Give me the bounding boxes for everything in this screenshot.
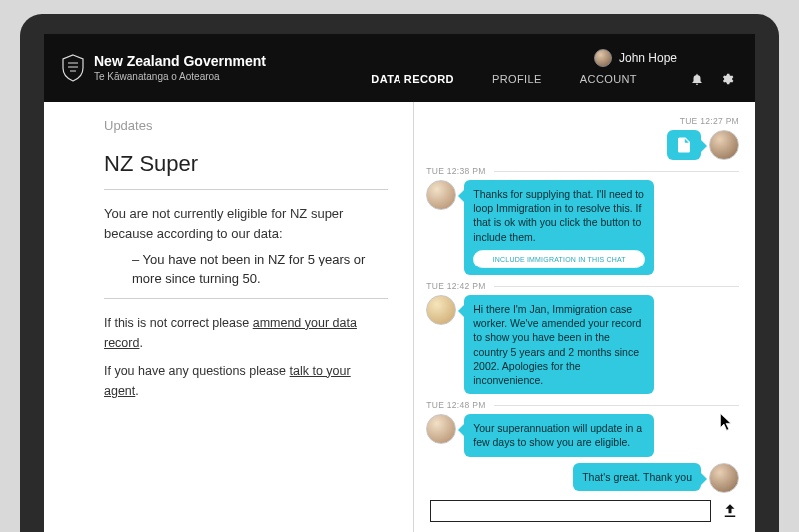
avatar bbox=[709, 463, 739, 493]
brand-title: New Zealand Government bbox=[94, 54, 266, 69]
divider bbox=[104, 298, 388, 299]
timestamp-label: TUE 12:38 PM bbox=[426, 166, 485, 176]
message-in: Thanks for supplying that. I'll need to … bbox=[426, 180, 739, 275]
message-bubble: Your superannuation will update in a few… bbox=[464, 414, 654, 456]
nav-item-account[interactable]: ACCOUNT bbox=[580, 73, 637, 85]
nav-item-data-record[interactable]: DATA RECORD bbox=[371, 73, 454, 85]
chat-panel: TUE 12:27 PM TUE 12:38 PM bbox=[413, 102, 755, 532]
timestamp-label: TUE 12:48 PM bbox=[426, 400, 485, 410]
message-text: Thanks for supplying that. I'll need to … bbox=[473, 188, 644, 243]
upload-icon bbox=[721, 502, 739, 520]
section-label: Updates bbox=[104, 118, 388, 133]
avatar bbox=[594, 49, 612, 67]
app-header: New Zealand Government Te Kāwanatanga o … bbox=[44, 34, 755, 102]
avatar bbox=[426, 295, 456, 325]
timestamp: TUE 12:38 PM bbox=[426, 166, 739, 176]
main-nav: DATA RECORD PROFILE ACCOUNT bbox=[371, 71, 735, 87]
send-button[interactable] bbox=[721, 502, 739, 520]
message-out-attachment bbox=[426, 130, 739, 160]
brand: New Zealand Government Te Kāwanatanga o … bbox=[60, 53, 266, 83]
timestamp: TUE 12:27 PM bbox=[426, 116, 739, 126]
message-out: That's great. Thank you bbox=[426, 463, 739, 493]
timestamp: TUE 12:42 PM bbox=[426, 281, 739, 291]
page-title: NZ Super bbox=[104, 151, 388, 177]
gear-icon[interactable] bbox=[719, 71, 735, 87]
message-in: Hi there I'm Jan, Immigration case worke… bbox=[426, 295, 739, 394]
footer-line-2: If you have any questions please talk to… bbox=[104, 361, 388, 401]
footer-text: If you have any questions please bbox=[104, 364, 290, 378]
crest-icon bbox=[60, 53, 86, 83]
username: John Hope bbox=[619, 51, 677, 65]
footer-text: If this is not correct please bbox=[104, 316, 253, 330]
message-in: Your superannuation will update in a few… bbox=[426, 414, 739, 456]
include-immigration-button[interactable]: INCLUDE IMMIGRATION IN THIS CHAT bbox=[473, 250, 645, 268]
footer-text: . bbox=[135, 384, 138, 398]
reason-text: – You have not been in NZ for 5 years or… bbox=[132, 250, 388, 289]
timestamp-label: TUE 12:42 PM bbox=[426, 281, 485, 291]
message-text: Hi there I'm Jan, Immigration case worke… bbox=[473, 303, 641, 386]
message-bubble: Thanks for supplying that. I'll need to … bbox=[464, 180, 654, 275]
divider bbox=[104, 189, 388, 190]
message-bubble: That's great. Thank you bbox=[573, 463, 701, 491]
bell-icon[interactable] bbox=[689, 71, 705, 87]
attachment-bubble[interactable] bbox=[667, 130, 701, 160]
compose-input[interactable] bbox=[430, 500, 711, 522]
message-text: Your superannuation will update in a few… bbox=[473, 422, 642, 448]
avatar bbox=[709, 130, 739, 160]
message-text: That's great. Thank you bbox=[582, 471, 692, 483]
avatar bbox=[426, 180, 456, 210]
document-panel: Updates NZ Super You are not currently e… bbox=[44, 102, 413, 532]
timestamp-label: TUE 12:27 PM bbox=[680, 116, 739, 126]
avatar bbox=[426, 414, 456, 444]
compose-bar bbox=[414, 494, 755, 532]
document-icon bbox=[675, 136, 693, 154]
timestamp: TUE 12:48 PM bbox=[426, 400, 739, 410]
brand-subtitle: Te Kāwanatanga o Aotearoa bbox=[94, 71, 266, 82]
footer-text: . bbox=[139, 336, 142, 350]
footer-line-1: If this is not correct please ammend you… bbox=[104, 313, 388, 353]
message-bubble: Hi there I'm Jan, Immigration case worke… bbox=[464, 295, 654, 394]
nav-item-profile[interactable]: PROFILE bbox=[492, 73, 542, 85]
intro-text: You are not currently eligible for NZ su… bbox=[104, 204, 388, 244]
user-block[interactable]: John Hope bbox=[594, 49, 735, 67]
